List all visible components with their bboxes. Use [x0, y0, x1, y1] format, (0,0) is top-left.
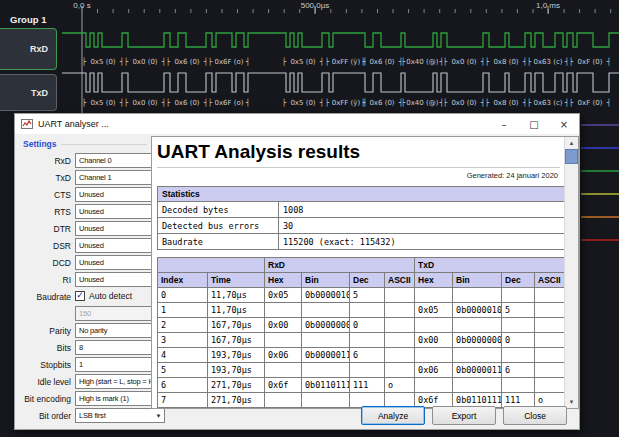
table-cell: 0x00 — [265, 318, 302, 333]
table-row[interactable]: 5193,70µs0x060b000001106 — [158, 363, 565, 378]
table-cell: 0x06 — [415, 363, 453, 378]
stat-value: 115200 (exact: 115432) — [279, 234, 565, 250]
table-cell: 5 — [350, 288, 385, 303]
table-cell — [265, 303, 302, 318]
statistics-row: Detected bus errors30 — [158, 218, 565, 234]
table-cell: 0x05 — [265, 288, 302, 303]
dialog-titlebar[interactable]: UART analyser ... – □ × — [15, 114, 579, 134]
statistics-header: Statistics — [158, 187, 565, 202]
scroll-up-icon[interactable]: ▲ — [565, 137, 578, 149]
table-cell — [350, 303, 385, 318]
maximize-icon[interactable]: □ — [519, 114, 549, 134]
setting-select[interactable]: LSB first▼ — [75, 408, 165, 423]
table-cell — [265, 333, 302, 348]
setting-label: DCD — [15, 258, 75, 268]
setting-label: Stopbits — [15, 360, 75, 370]
setting-row-rxd: RxDChannel 0▼ — [15, 153, 151, 168]
setting-label: RxD — [15, 156, 75, 166]
table-cell: 11,70µs — [208, 288, 265, 303]
table-cell: 0b00000110 — [302, 348, 350, 363]
table-row[interactable]: 2167,70µs0x000b000000000 — [158, 318, 565, 333]
setting-label: Idle level — [15, 377, 75, 387]
table-cell — [453, 348, 502, 363]
channel-button-txd[interactable]: TxD — [0, 74, 57, 111]
minimize-icon[interactable]: – — [489, 114, 519, 134]
setting-row-dcd: DCDUnused▼ — [15, 255, 151, 270]
table-row[interactable]: 4193,70µs0x060b000001106 — [158, 348, 565, 363]
dialog-title: UART analyser ... — [38, 119, 489, 129]
close-icon[interactable]: × — [549, 114, 579, 134]
table-row[interactable]: 011,70µs0x050b000001015 — [158, 288, 565, 303]
setting-row-stopbits: Stopbits1▼ — [15, 357, 151, 372]
table-cell — [385, 303, 415, 318]
idle-trace — [581, 193, 619, 195]
group-label: Group 1 — [10, 14, 46, 25]
table-cell: 1 — [158, 303, 208, 318]
scrollbar-thumb[interactable] — [565, 149, 578, 164]
table-cell: 0b00000000 — [302, 318, 350, 333]
byte-annotation: ├0x5 (0)┤ — [282, 58, 324, 66]
setting-label: Bits — [15, 343, 75, 353]
analyze-button[interactable]: Analyze — [361, 406, 425, 425]
byte-annotation: ├0x63 (c)┤ — [527, 99, 569, 107]
table-cell — [265, 363, 302, 378]
setting-row-bit-encoding: Bit encodingHigh is mark (1)▼ — [15, 391, 151, 406]
channel-button-rxd[interactable]: RxD — [0, 28, 57, 70]
auto-detect-checkbox[interactable]: ✓ — [75, 291, 85, 301]
results-content: UART Analysis results Generated: 24 janu… — [152, 137, 564, 408]
setting-label: Bit order — [15, 411, 75, 421]
setting-row-txd: TxDChannel 1▼ — [15, 170, 151, 185]
stat-value: 30 — [279, 218, 565, 234]
statistics-row: Decoded bytes1008 — [158, 202, 565, 218]
settings-panel: Settings RxDChannel 0▼TxDChannel 1▼CTSUn… — [15, 134, 151, 429]
table-cell: 111 — [350, 378, 385, 393]
table-cell — [415, 288, 453, 303]
table-cell: 167,70µs — [208, 318, 265, 333]
table-cell — [385, 333, 415, 348]
table-cell — [302, 303, 350, 318]
table-cell — [415, 348, 453, 363]
idle-trace — [581, 239, 619, 241]
byte-annotation: ├0x6 (0)┤ — [361, 58, 403, 66]
table-cell — [535, 303, 564, 318]
table-cell: 0x6f — [265, 378, 302, 393]
dialog-buttons: AnalyzeExportClose — [361, 406, 567, 425]
table-cell: 11,70µs — [208, 303, 265, 318]
table-row[interactable]: 111,70µs0x050b000001015 — [158, 303, 565, 318]
waveform-panel: Group 1 RxD TxD 0,0 s500,0µs1,0 ms ├0x5 … — [0, 0, 619, 115]
chevron-down-icon: ▼ — [153, 413, 164, 419]
table-cell: 0b00000110 — [453, 363, 502, 378]
setting-row-cts: CTSUnused▼ — [15, 187, 151, 202]
scrollbar-track[interactable] — [565, 164, 578, 396]
table-cell: 6 — [158, 378, 208, 393]
table-cell: 167,70µs — [208, 333, 265, 348]
table-row[interactable]: 3167,70µs0x000b000000000 — [158, 333, 565, 348]
table-cell: 6 — [502, 363, 535, 378]
ruler-tick-label: 500,0µs — [301, 1, 330, 10]
table-cell — [502, 318, 535, 333]
table-cell: 4 — [158, 348, 208, 363]
idle-trace — [581, 124, 619, 126]
baudrate-label: Baudrate — [15, 292, 75, 302]
byte-annotation: ├0x63 (c)┤ — [527, 58, 569, 66]
txd-group-header: TxD — [415, 258, 564, 273]
column-header: Hex — [265, 273, 302, 288]
table-cell — [535, 288, 564, 303]
table-cell: 0 — [350, 318, 385, 333]
auto-detect-label: Auto detect — [89, 291, 132, 301]
setting-label: DTR — [15, 224, 75, 234]
setting-row-parity: ParityNo parity▼ — [15, 323, 151, 338]
idle-trace — [581, 216, 619, 218]
table-cell: 0x00 — [415, 333, 453, 348]
table-cell: 0x05 — [415, 303, 453, 318]
stat-label: Detected bus errors — [158, 218, 279, 234]
close-button[interactable]: Close — [503, 406, 567, 425]
table-row[interactable]: 6271,70µs0x6f0b01101111111o — [158, 378, 565, 393]
table-cell — [535, 333, 564, 348]
statistics-table: Statistics Decoded bytes1008Detected bus… — [157, 186, 564, 250]
export-button[interactable]: Export — [432, 406, 496, 425]
vertical-scrollbar[interactable]: ▲ ▼ — [564, 137, 578, 408]
column-header: Dec — [350, 273, 385, 288]
setting-row-rts: RTSUnused▼ — [15, 204, 151, 219]
table-cell: 5 — [158, 363, 208, 378]
